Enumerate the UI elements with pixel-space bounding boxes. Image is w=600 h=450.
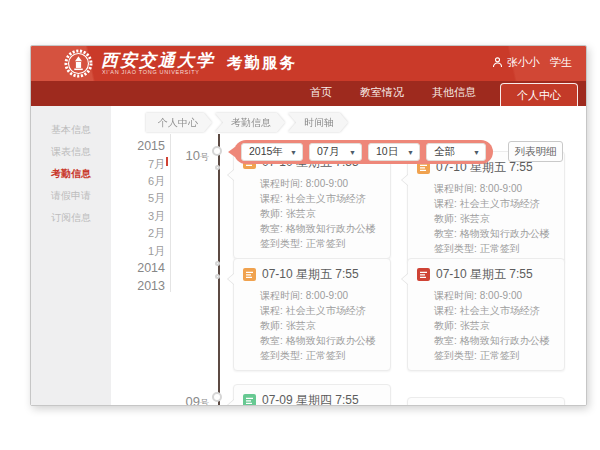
nav-item-classrooms[interactable]: 教室情况 [346,85,418,106]
date-nav-february[interactable]: 2月 [127,226,165,241]
sidebar: 基本信息 课表信息 考勤信息 请假申请 订阅信息 [31,106,111,405]
university-logo-icon [64,49,93,78]
attendance-card: 07-09 星期四 7:55 课程时间:8:00-9:00 课程:社会主义市场经… [233,384,391,406]
day-marker-09: 09号 [179,392,209,406]
date-nav-may[interactable]: 5月 [127,191,165,206]
university-name-en: XI'AN JIAO TONG UNIVERSITY [102,69,200,75]
chevron-down-icon: ▼ [349,149,356,156]
sidebar-item-attendance-info[interactable]: 考勤信息 [31,167,111,181]
day-marker-10: 10号 [179,146,209,164]
attendance-card-partial [407,397,565,406]
card-body: 课程时间:8:00-9:00 课程:社会主义市场经济 教师:张芸京 教室:格物致… [408,179,564,263]
sidebar-item-subscription-info[interactable]: 订阅信息 [31,211,111,225]
current-month-marker [166,157,168,166]
filter-bar: 2015年▼ 07月▼ 10日▼ 全部▼ [234,140,493,164]
sidebar-item-leave-request[interactable]: 请假申请 [31,189,111,203]
attendance-card: 07-10 星期五 7:55 课程时间:8:00-9:00 课程:社会主义市场经… [233,258,391,371]
timeline-axis [218,134,220,405]
date-nav-june[interactable]: 6月 [127,174,165,189]
sidebar-item-schedule-info[interactable]: 课表信息 [31,145,111,159]
user-name: 张小小 [507,55,540,70]
main-nav: 首页 教室情况 其他信息 个人中心 [31,81,586,106]
date-nav-january[interactable]: 1月 [127,244,165,259]
nav-item-other-info[interactable]: 其他信息 [418,85,490,106]
card-body: 课程时间:8:00-9:00 课程:社会主义市场经济 教师:张芸京 教室:格物致… [234,174,390,258]
card-header: 07-10 星期五 7:55 [234,259,390,286]
status-absent-icon [417,268,430,281]
card-header: 07-10 星期五 7:55 [408,259,564,286]
user-icon [492,57,503,68]
timeline-node [215,261,220,266]
attendance-card: 07-10 星期五 7:55 课程时间:8:00-9:00 课程:社会主义市场经… [407,151,565,264]
timeline-node [215,274,220,279]
chevron-down-icon: ▼ [290,149,297,156]
chevron-down-icon: ▼ [407,149,414,156]
nav-item-personal-center[interactable]: 个人中心 [500,83,578,106]
timeline-node [215,165,220,170]
breadcrumb-attendance-info[interactable]: 考勤信息 [215,113,285,132]
status-normal-icon [243,394,256,406]
timeline-node-day10[interactable] [212,146,222,156]
chevron-down-icon: ▼ [473,149,480,156]
user-menu[interactable]: 张小小 学生 [492,55,572,70]
breadcrumb-personal-center[interactable]: 个人中心 [146,113,212,132]
year-select[interactable]: 2015年▼ [241,143,303,161]
date-nav-divider [170,134,171,292]
app-header: 西安交通大学 XI'AN JIAO TONG UNIVERSITY 考勤服务 张… [31,46,586,81]
nav-item-home[interactable]: 首页 [296,85,346,106]
timeline-node-day09[interactable] [212,392,222,402]
card-body: 课程时间:8:00-9:00 课程:社会主义市场经济 教师:张芸京 教室:格物致… [408,286,564,370]
app-window: 西安交通大学 XI'AN JIAO TONG UNIVERSITY 考勤服务 张… [30,45,587,406]
breadcrumb: 个人中心 考勤信息 时间轴 [146,113,351,132]
status-late-icon [243,268,256,281]
type-select[interactable]: 全部▼ [426,143,486,161]
sidebar-item-basic-info[interactable]: 基本信息 [31,123,111,137]
month-select[interactable]: 07月▼ [309,143,362,161]
app-title: 考勤服务 [227,53,297,74]
date-nav-july[interactable]: 7月 [127,157,165,172]
date-nav-2014[interactable]: 2014 [127,261,165,275]
date-nav-march[interactable]: 3月 [127,209,165,224]
date-nav-2015[interactable]: 2015 [127,139,165,153]
user-role: 学生 [550,55,572,70]
list-detail-button[interactable]: 列表明细 [508,141,563,162]
card-header: 07-09 星期四 7:55 [234,385,390,406]
card-body: 课程时间:8:00-9:00 课程:社会主义市场经济 教师:张芸京 教室:格物致… [234,286,390,370]
content-area: 基本信息 课表信息 考勤信息 请假申请 订阅信息 个人中心 考勤信息 时间轴 2… [31,106,586,405]
breadcrumb-timeline[interactable]: 时间轴 [288,113,348,132]
date-nav-2013[interactable]: 2013 [127,279,165,293]
day-select[interactable]: 10日▼ [368,143,420,161]
attendance-card: 07-10 星期五 7:55 课程时间:8:00-9:00 课程:社会主义市场经… [407,258,565,371]
